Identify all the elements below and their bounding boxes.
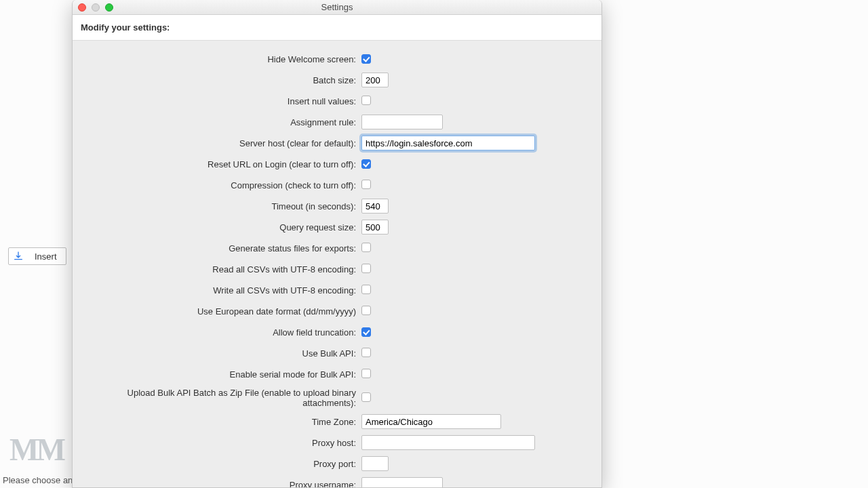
titlebar: Settings — [73, 0, 601, 15]
query-request-input[interactable] — [361, 220, 389, 235]
hide-welcome-checkbox[interactable] — [361, 54, 371, 64]
proxy-user-input[interactable] — [361, 477, 443, 487]
settings-form: Hide Welcome screen: Batch size: Insert … — [73, 41, 601, 487]
truncation-label: Allow field truncation: — [79, 327, 361, 338]
gen-status-checkbox[interactable] — [361, 243, 371, 252]
server-host-label: Server host (clear for default): — [79, 138, 361, 148]
page-title: Modify your settings: — [73, 15, 601, 41]
close-icon[interactable] — [78, 3, 86, 12]
write-utf8-label: Write all CSVs with UTF-8 encoding: — [79, 285, 361, 296]
query-request-label: Query request size: — [79, 222, 361, 232]
timeout-input[interactable] — [361, 199, 389, 214]
truncation-checkbox[interactable] — [361, 327, 371, 337]
zoom-icon[interactable] — [105, 3, 113, 12]
watermark-logo: MM — [9, 432, 63, 468]
proxy-host-label: Proxy host: — [79, 438, 361, 448]
bulk-api-label: Use Bulk API: — [79, 348, 361, 359]
batch-size-label: Batch size: — [79, 75, 361, 85]
settings-window: Settings Modify your settings: Hide Welc… — [72, 0, 602, 488]
compression-checkbox[interactable] — [361, 180, 371, 189]
gen-status-label: Generate status files for exports: — [79, 243, 361, 253]
eu-date-checkbox[interactable] — [361, 306, 371, 315]
insert-null-checkbox[interactable] — [361, 96, 371, 105]
zip-bulk-label: Upload Bulk API Batch as Zip File (enabl… — [79, 388, 361, 408]
assignment-rule-input[interactable] — [361, 115, 443, 129]
time-zone-input[interactable] — [361, 414, 501, 429]
proxy-port-label: Proxy port: — [79, 459, 361, 469]
zip-bulk-checkbox[interactable] — [361, 392, 371, 402]
eu-date-label: Use European date format (dd/mm/yyyy) — [79, 306, 361, 317]
batch-size-input[interactable] — [361, 73, 389, 87]
insert-null-label: Insert null values: — [79, 96, 361, 106]
compression-label: Compression (check to turn off): — [79, 180, 361, 190]
serial-bulk-checkbox[interactable] — [361, 369, 371, 378]
insert-button[interactable]: Insert — [8, 247, 66, 265]
minimize-icon — [92, 3, 100, 12]
time-zone-label: Time Zone: — [79, 417, 361, 427]
download-icon — [13, 251, 24, 262]
insert-button-label: Insert — [35, 251, 57, 262]
read-utf8-checkbox[interactable] — [361, 264, 371, 273]
reset-url-label: Reset URL on Login (clear to turn off): — [79, 159, 361, 169]
proxy-host-input[interactable] — [361, 435, 535, 450]
reset-url-checkbox[interactable] — [361, 159, 371, 169]
window-title: Settings — [73, 2, 601, 12]
timeout-label: Timeout (in seconds): — [79, 201, 361, 211]
server-host-input[interactable] — [361, 136, 535, 150]
proxy-user-label: Proxy username: — [79, 480, 361, 488]
status-text: Please choose an — [3, 475, 73, 485]
serial-bulk-label: Enable serial mode for Bulk API: — [79, 369, 361, 380]
read-utf8-label: Read all CSVs with UTF-8 encoding: — [79, 264, 361, 274]
proxy-port-input[interactable] — [361, 456, 389, 471]
write-utf8-checkbox[interactable] — [361, 285, 371, 294]
bulk-api-checkbox[interactable] — [361, 348, 371, 357]
settings-scroll[interactable]: Hide Welcome screen: Batch size: Insert … — [73, 41, 601, 487]
hide-welcome-label: Hide Welcome screen: — [79, 54, 361, 64]
assignment-rule-label: Assignment rule: — [79, 117, 361, 127]
